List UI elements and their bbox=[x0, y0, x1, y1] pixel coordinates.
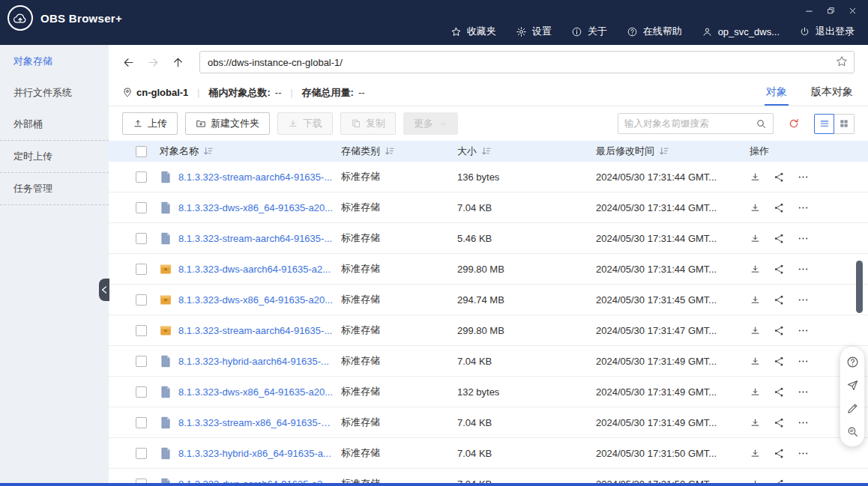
row-checkbox[interactable] bbox=[136, 417, 147, 428]
more-actions[interactable] bbox=[798, 448, 809, 459]
share-action[interactable] bbox=[774, 202, 785, 213]
download-action[interactable] bbox=[750, 264, 761, 275]
object-count-stat: 桶内对象总数: -- bbox=[208, 86, 281, 100]
search-input[interactable] bbox=[624, 118, 756, 129]
row-checkbox[interactable] bbox=[136, 171, 147, 183]
download-button[interactable]: 下载 bbox=[277, 112, 333, 135]
grid-view-button[interactable] bbox=[834, 114, 855, 134]
object-name-link[interactable]: 8.1.3.323-stream-aarch64-91635-... bbox=[178, 233, 332, 244]
titlebar-menu: 收藏夹设置关于在线帮助op_svc_dws...退出登录 bbox=[450, 25, 855, 38]
object-name-link[interactable]: 8.1.3.323-stream-x86_64-91635-a... bbox=[178, 417, 334, 428]
share-icon bbox=[774, 448, 785, 459]
download-action[interactable] bbox=[750, 233, 761, 244]
share-action[interactable] bbox=[774, 448, 785, 459]
share-action[interactable] bbox=[774, 233, 785, 244]
row-checkbox[interactable] bbox=[136, 325, 147, 336]
object-name-link[interactable]: 8.1.3.323-dws-x86_64-91635-a20... bbox=[178, 202, 333, 213]
share-action[interactable] bbox=[774, 417, 785, 428]
tab-objects[interactable]: 对象 bbox=[765, 79, 789, 106]
main-content: cn-global-1 | 桶内对象总数: -- | 存储总用量: -- 对象 … bbox=[109, 45, 868, 486]
logout-menu-item[interactable]: 退出登录 bbox=[799, 25, 855, 38]
download-action[interactable] bbox=[750, 386, 761, 398]
about-menu-item[interactable]: 关于 bbox=[571, 25, 607, 38]
more-actions[interactable] bbox=[798, 171, 809, 183]
row-checkbox[interactable] bbox=[136, 202, 147, 213]
menu-label: op_svc_dws... bbox=[718, 26, 780, 37]
more-actions[interactable] bbox=[798, 233, 809, 244]
up-icon bbox=[172, 56, 184, 69]
maximize-button[interactable] bbox=[821, 3, 840, 18]
download-action[interactable] bbox=[750, 171, 761, 183]
download-icon bbox=[750, 325, 761, 336]
row-checkbox[interactable] bbox=[136, 448, 147, 459]
sidebar-item-external-buckets[interactable]: 外部桶 bbox=[0, 109, 109, 141]
download-action[interactable] bbox=[750, 294, 761, 306]
favorites-menu-item[interactable]: 收藏夹 bbox=[450, 25, 496, 38]
more-actions[interactable] bbox=[798, 202, 809, 213]
online-help-menu-item[interactable]: 在线帮助 bbox=[627, 25, 682, 38]
sidebar-item-scheduled-upload[interactable]: 定时上传 bbox=[0, 141, 109, 173]
object-name-link[interactable]: 8.1.3.323-hybrid-aarch64-91635-... bbox=[178, 356, 329, 367]
more-actions[interactable] bbox=[798, 294, 809, 306]
minimize-button[interactable] bbox=[799, 3, 819, 18]
share-action[interactable] bbox=[774, 356, 785, 367]
row-checkbox[interactable] bbox=[136, 386, 147, 398]
row-checkbox[interactable] bbox=[136, 233, 147, 244]
share-action[interactable] bbox=[774, 264, 785, 275]
vertical-scrollbar-thumb[interactable] bbox=[856, 261, 863, 313]
list-view-button[interactable] bbox=[814, 114, 834, 134]
column-header[interactable]: 大小 bbox=[457, 145, 596, 158]
column-header[interactable]: 最后修改时间 bbox=[596, 145, 750, 158]
sidebar-item-object-storage[interactable]: 对象存储 bbox=[0, 46, 109, 77]
download-action[interactable] bbox=[750, 356, 761, 367]
settings-menu-item[interactable]: 设置 bbox=[516, 25, 552, 38]
more-actions[interactable] bbox=[798, 417, 809, 428]
column-header[interactable]: 对象名称 bbox=[160, 145, 341, 158]
object-name-link[interactable]: 8.1.3.323-dws-x86_64-91635-a20... bbox=[178, 386, 333, 398]
object-name-link[interactable]: 8.1.3.323-stream-aarch64-91635-... bbox=[178, 171, 332, 183]
object-name-link[interactable]: 8.1.3.323-stream-aarch64-91635-... bbox=[178, 325, 332, 336]
download-action[interactable] bbox=[750, 448, 761, 459]
share-action[interactable] bbox=[774, 294, 785, 306]
favorite-button[interactable] bbox=[835, 55, 849, 71]
upload-button[interactable]: 上传 bbox=[122, 112, 178, 135]
download-action[interactable] bbox=[750, 417, 761, 428]
share-action[interactable] bbox=[774, 325, 785, 336]
sidebar-item-task-management[interactable]: 任务管理 bbox=[0, 173, 109, 205]
refresh-button[interactable] bbox=[788, 118, 800, 130]
back-button[interactable] bbox=[122, 56, 135, 69]
help-icon bbox=[627, 26, 638, 37]
select-all-checkbox[interactable] bbox=[136, 146, 147, 157]
address-input[interactable] bbox=[199, 51, 855, 73]
share-action[interactable] bbox=[774, 171, 785, 183]
edit-float-button[interactable] bbox=[845, 401, 860, 416]
share-action[interactable] bbox=[774, 386, 785, 398]
feedback-float-button[interactable] bbox=[845, 377, 860, 392]
more-actions[interactable] bbox=[798, 386, 809, 398]
row-checkbox[interactable] bbox=[136, 356, 147, 367]
sidebar-item-parallel-file-system[interactable]: 并行文件系统 bbox=[0, 77, 109, 109]
search-button[interactable] bbox=[756, 118, 767, 130]
forward-button[interactable] bbox=[147, 56, 160, 69]
copy-button[interactable]: 复制 bbox=[340, 112, 396, 135]
download-action[interactable] bbox=[750, 325, 761, 336]
help-float-button[interactable] bbox=[845, 354, 860, 369]
survey-float-button[interactable] bbox=[845, 424, 860, 439]
close-button[interactable] bbox=[843, 3, 862, 18]
new-folder-button[interactable]: 新建文件夹 bbox=[185, 112, 270, 135]
account-menu-item[interactable]: op_svc_dws... bbox=[702, 26, 780, 37]
more-button[interactable]: 更多 bbox=[403, 112, 458, 135]
object-name-link[interactable]: 8.1.3.323-dws-aarch64-91635-a2... bbox=[178, 264, 331, 275]
tab-version-objects[interactable]: 版本对象 bbox=[810, 79, 855, 106]
object-name-link[interactable]: 8.1.3.323-hybrid-x86_64-91635-a... bbox=[178, 448, 331, 459]
download-action[interactable] bbox=[750, 202, 761, 213]
row-checkbox[interactable] bbox=[136, 264, 147, 275]
sidebar-collapse-handle[interactable] bbox=[99, 279, 109, 301]
more-actions[interactable] bbox=[798, 325, 809, 336]
up-button[interactable] bbox=[172, 56, 184, 69]
more-actions[interactable] bbox=[798, 356, 809, 367]
row-checkbox[interactable] bbox=[136, 294, 147, 306]
column-header[interactable]: 存储类别 bbox=[341, 145, 457, 158]
more-actions[interactable] bbox=[798, 264, 809, 275]
object-name-link[interactable]: 8.1.3.323-dws-x86_64-91635-a20... bbox=[178, 294, 333, 306]
